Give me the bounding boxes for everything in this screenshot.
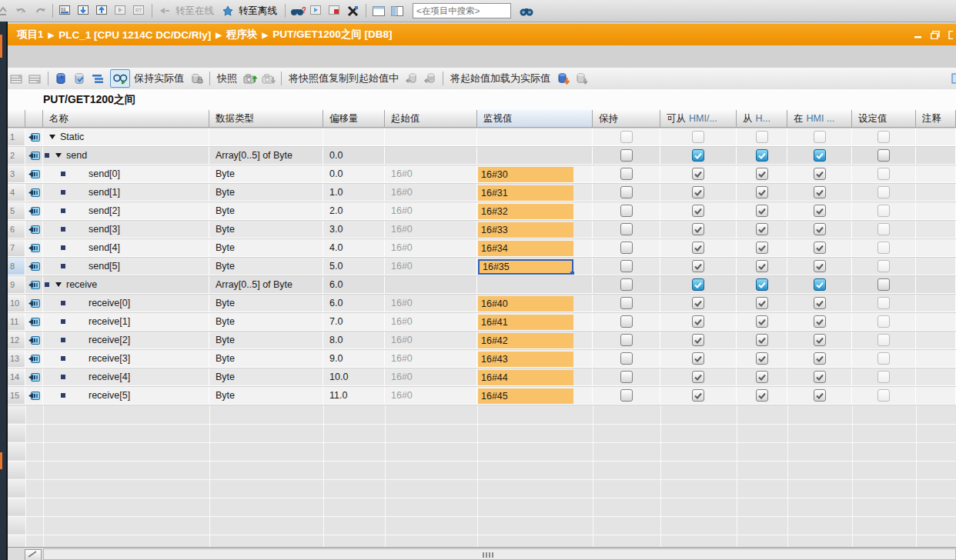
monitor-value-cell[interactable]: 16#41 bbox=[478, 315, 573, 330]
setpoint-checkbox[interactable] bbox=[877, 205, 890, 217]
load-start-values-icon[interactable] bbox=[554, 70, 573, 87]
name-cell[interactable]: receive[1] bbox=[43, 313, 209, 331]
redo-icon[interactable] bbox=[31, 2, 49, 19]
comment-cell[interactable] bbox=[916, 350, 956, 368]
table-row[interactable]: 6 send[3] Byte 3.0 16#0 16#33 bbox=[8, 221, 956, 239]
type-cell[interactable]: Array[0..5] of Byte bbox=[209, 276, 323, 294]
copy-snapshot-icon[interactable] bbox=[403, 70, 421, 87]
comment-cell[interactable] bbox=[916, 332, 956, 349]
accessible-from-hmi-checkbox[interactable] bbox=[692, 315, 704, 328]
accessible-from-hmi-checkbox[interactable] bbox=[692, 389, 704, 402]
insert-row-icon[interactable] bbox=[8, 70, 26, 87]
comment-cell[interactable] bbox=[916, 295, 956, 312]
retain-checkbox[interactable] bbox=[620, 278, 633, 291]
retain-checkbox[interactable] bbox=[620, 352, 633, 365]
accessible-from-hmi-checkbox[interactable] bbox=[692, 260, 704, 272]
start-value-cell[interactable]: 16#0 bbox=[385, 165, 477, 183]
retain-checkbox[interactable] bbox=[620, 131, 633, 143]
type-cell[interactable]: Byte bbox=[209, 239, 323, 257]
horizontal-scrollbar[interactable] bbox=[8, 547, 956, 560]
selection-handle[interactable] bbox=[570, 272, 574, 275]
table-row[interactable]: 4 send[1] Byte 1.0 16#0 16#31 bbox=[8, 184, 956, 202]
monitor-cell[interactable]: 16#40 bbox=[477, 295, 593, 312]
restore-icon[interactable] bbox=[931, 31, 940, 39]
monitor-all-icon[interactable] bbox=[110, 69, 130, 88]
table-row[interactable]: 1 Static bbox=[8, 128, 956, 147]
visible-in-hmi-checkbox[interactable] bbox=[814, 297, 826, 309]
monitor-value-cell[interactable]: 16#42 bbox=[478, 333, 573, 348]
expand-members-icon[interactable] bbox=[89, 70, 107, 87]
download-to-device-icon[interactable] bbox=[75, 2, 93, 19]
visible-in-hmi-checkbox[interactable] bbox=[814, 205, 826, 217]
name-cell[interactable]: receive[5] bbox=[43, 387, 209, 405]
setpoint-checkbox[interactable] bbox=[877, 168, 890, 180]
go-online-icon[interactable] bbox=[155, 2, 174, 19]
comment-cell[interactable] bbox=[916, 276, 956, 294]
writable-from-hmi-checkbox[interactable] bbox=[756, 371, 768, 383]
monitor-value-cell[interactable]: 16#35 bbox=[478, 259, 573, 275]
accessible-from-hmi-checkbox[interactable] bbox=[692, 278, 704, 291]
type-cell[interactable]: Byte bbox=[209, 350, 323, 368]
type-cell[interactable]: Byte bbox=[209, 165, 323, 183]
retain-checkbox[interactable] bbox=[620, 168, 633, 180]
comment-cell[interactable] bbox=[916, 368, 956, 386]
compile-icon[interactable]: 01 bbox=[56, 2, 75, 19]
visible-in-hmi-checkbox[interactable] bbox=[814, 371, 826, 383]
monitor-cell[interactable]: 16#42 bbox=[477, 332, 593, 349]
accessible-from-hmi-checkbox[interactable] bbox=[692, 223, 704, 235]
monitor-value-cell[interactable]: 16#33 bbox=[478, 222, 573, 238]
type-cell[interactable]: Array[0..5] of Byte bbox=[209, 147, 323, 165]
setpoint-checkbox[interactable] bbox=[877, 297, 890, 309]
type-cell[interactable]: Byte bbox=[209, 332, 323, 349]
copy-snapshot-all-icon[interactable] bbox=[421, 70, 440, 87]
start-value-cell[interactable]: 16#0 bbox=[385, 184, 477, 202]
setpoint-checkbox[interactable] bbox=[877, 371, 890, 383]
type-cell[interactable] bbox=[209, 128, 323, 146]
setpoint-checkbox[interactable] bbox=[877, 223, 890, 235]
accessible-from-hmi-checkbox[interactable] bbox=[692, 297, 704, 309]
go-online-label[interactable]: 转至在线 bbox=[175, 5, 214, 18]
scroll-left-button[interactable] bbox=[25, 549, 42, 560]
monitor-cell[interactable]: 16#30 bbox=[477, 165, 593, 183]
setpoint-checkbox[interactable] bbox=[877, 389, 890, 402]
setpoint-checkbox[interactable] bbox=[877, 260, 890, 272]
split-editor-vertical-icon[interactable] bbox=[388, 2, 406, 19]
start-value-cell[interactable]: 16#0 bbox=[385, 239, 477, 257]
name-cell[interactable]: receive[0] bbox=[43, 295, 209, 312]
monitor-cell[interactable]: 16#34 bbox=[477, 239, 593, 257]
start-value-cell[interactable]: 16#0 bbox=[385, 368, 477, 386]
comment-cell[interactable] bbox=[916, 313, 956, 331]
table-row[interactable]: 12 receive[2] Byte 8.0 16#0 16#42 bbox=[8, 332, 956, 350]
name-cell[interactable]: send[0] bbox=[43, 165, 209, 183]
visible-in-hmi-checkbox[interactable] bbox=[814, 389, 826, 402]
table-row[interactable]: 15 receive[5] Byte 11.0 16#0 16#45 bbox=[8, 387, 956, 405]
start-value-cell[interactable]: 16#0 bbox=[385, 387, 477, 405]
upload-from-device-icon[interactable] bbox=[93, 2, 112, 19]
retain-checkbox[interactable] bbox=[620, 149, 633, 162]
monitor-value-cell[interactable]: 16#30 bbox=[478, 167, 573, 182]
column-header-retain[interactable]: 保持 bbox=[593, 110, 660, 128]
monitor-cell[interactable]: 16#31 bbox=[477, 184, 593, 202]
setpoint-checkbox[interactable] bbox=[877, 242, 890, 254]
table-row[interactable]: 8 send[5] Byte 5.0 16#0 16#35 bbox=[8, 258, 956, 276]
name-cell[interactable]: send bbox=[43, 147, 209, 165]
setpoint-checkbox[interactable] bbox=[877, 186, 890, 198]
comment-cell[interactable] bbox=[916, 387, 956, 405]
visible-in-hmi-checkbox[interactable] bbox=[814, 352, 826, 365]
column-header-monitor[interactable]: 监视值 bbox=[477, 110, 593, 128]
snapshot-take-icon[interactable] bbox=[241, 70, 259, 87]
accessible-from-hmi-checkbox[interactable] bbox=[692, 168, 704, 180]
start-value-cell[interactable]: 16#0 bbox=[385, 202, 477, 220]
writable-from-hmi-checkbox[interactable] bbox=[756, 315, 768, 328]
writable-from-hmi-checkbox[interactable] bbox=[756, 260, 768, 272]
type-cell[interactable]: Byte bbox=[209, 202, 323, 220]
retain-checkbox[interactable] bbox=[620, 242, 633, 254]
breadcrumb-item[interactable]: 程序块 bbox=[226, 28, 258, 42]
type-cell[interactable]: Byte bbox=[209, 368, 323, 386]
setpoint-checkbox[interactable] bbox=[877, 149, 890, 162]
start-value-cell[interactable] bbox=[385, 128, 477, 146]
close-icon-clipped[interactable] bbox=[948, 31, 953, 39]
writable-from-hmi-checkbox[interactable] bbox=[756, 205, 768, 217]
accessible-from-hmi-checkbox[interactable] bbox=[692, 352, 704, 365]
visible-in-hmi-checkbox[interactable] bbox=[814, 131, 826, 143]
